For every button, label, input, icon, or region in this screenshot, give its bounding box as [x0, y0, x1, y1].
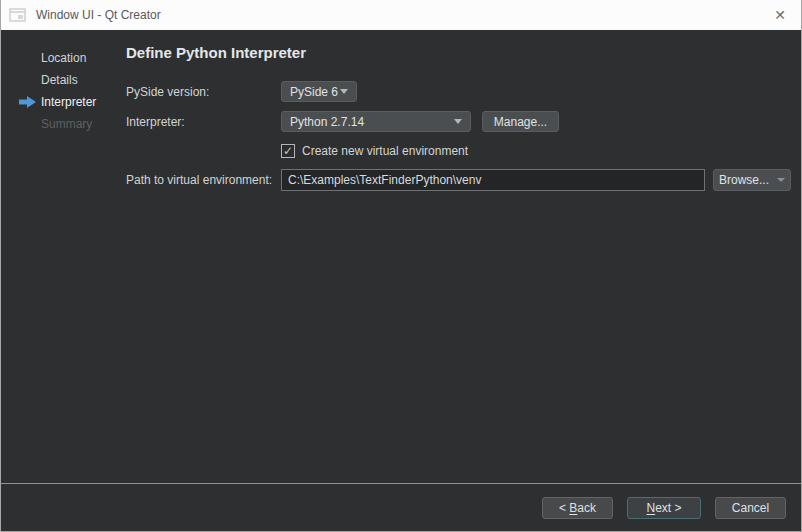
- step-label: Summary: [41, 117, 92, 131]
- wizard-page: Define Python Interpreter PySide version…: [126, 30, 802, 483]
- close-button[interactable]: ✕: [769, 4, 791, 26]
- step-label: Interpreter: [41, 95, 96, 109]
- chevron-down-icon: [777, 178, 785, 182]
- venv-checkbox-row: ✓ Create new virtual environment: [126, 144, 791, 158]
- pyside-version-value: PySide 6: [290, 85, 338, 99]
- footer-button-bar: < Back Next > Cancel: [1, 484, 801, 531]
- wizard-dialog: Window UI - Qt Creator ✕ Location Detail…: [0, 0, 802, 532]
- chevron-down-icon: [340, 89, 348, 94]
- chevron-down-icon: [454, 119, 462, 124]
- sidebar-item-interpreter: Interpreter: [1, 91, 126, 113]
- browse-button[interactable]: Browse...: [713, 169, 791, 191]
- sidebar-item-location: Location: [1, 47, 126, 69]
- interpreter-value: Python 2.7.14: [290, 115, 364, 129]
- pyside-version-row: PySide version: PySide 6: [126, 81, 791, 102]
- pyside-version-label: PySide version:: [126, 85, 281, 99]
- back-button[interactable]: < Back: [542, 497, 613, 519]
- sidebar-item-details: Details: [1, 69, 126, 91]
- step-label: Location: [41, 51, 86, 65]
- next-button[interactable]: Next >: [627, 497, 701, 519]
- venv-checkbox[interactable]: ✓: [281, 144, 295, 158]
- wizard-steps-sidebar: Location Details Interpreter Summary: [1, 30, 126, 483]
- venv-checkbox-label: Create new virtual environment: [302, 144, 468, 158]
- window-title: Window UI - Qt Creator: [36, 8, 161, 22]
- step-label: Details: [41, 73, 78, 87]
- wizard-body: Location Details Interpreter Summary De: [1, 30, 801, 483]
- browse-button-label: Browse...: [719, 173, 769, 187]
- pyside-version-combobox[interactable]: PySide 6: [281, 81, 357, 102]
- current-step-arrow-icon: [19, 96, 36, 108]
- titlebar: Window UI - Qt Creator ✕: [1, 0, 801, 30]
- app-window-icon: [9, 8, 27, 23]
- venv-path-row: Path to virtual environment: Browse...: [126, 169, 791, 191]
- interpreter-label: Interpreter:: [126, 115, 281, 129]
- interpreter-row: Interpreter: Python 2.7.14 Manage...: [126, 111, 791, 132]
- interpreter-combobox[interactable]: Python 2.7.14: [281, 111, 471, 132]
- manage-button[interactable]: Manage...: [482, 111, 559, 132]
- sidebar-item-summary: Summary: [1, 113, 126, 135]
- page-title: Define Python Interpreter: [126, 44, 791, 61]
- venv-path-input[interactable]: [281, 169, 705, 191]
- venv-path-label: Path to virtual environment:: [126, 173, 281, 187]
- cancel-button[interactable]: Cancel: [715, 497, 786, 519]
